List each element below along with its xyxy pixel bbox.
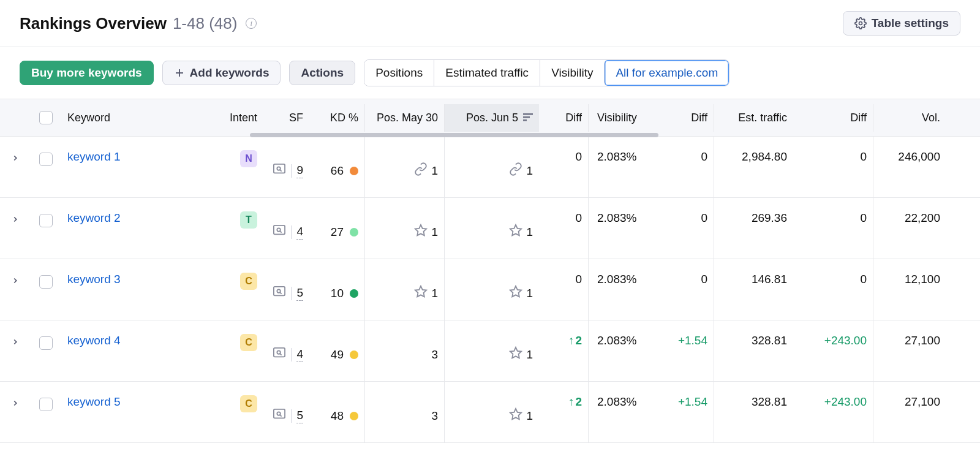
col-visibility[interactable]: Visibility [588,104,665,132]
sf-count: 9 [296,164,303,178]
star-icon [509,407,522,424]
select-all-checkbox[interactable] [39,111,53,124]
col-intent[interactable]: Intent [214,104,263,132]
sf-count: 5 [296,409,303,423]
volume-value: 27,100 [873,382,946,442]
visibility-diff-value: 0 [665,137,714,197]
serp-features-icon[interactable] [273,224,286,240]
svg-rect-23 [274,409,285,418]
volume-value: 246,000 [873,137,946,197]
pos-may30-value: 1 [431,287,438,300]
svg-line-11 [280,231,282,233]
serp-features-icon[interactable] [273,408,286,423]
plus-icon [174,67,185,78]
visibility-value: 2.083% [588,382,665,442]
star-icon [509,285,522,301]
buy-keywords-button[interactable]: Buy more keywords [20,61,154,85]
col-pos-jun5[interactable]: Pos. Jun 5 [444,104,539,132]
kd-dot-icon [350,289,358,298]
expand-row-button[interactable] [11,338,20,346]
row-checkbox[interactable] [39,214,53,227]
col-sf[interactable]: SF [263,104,309,132]
visibility-diff-value: +1.54 [665,382,714,442]
volume-value: 12,100 [873,259,946,320]
table-row: keyword 5 C 5 48 3 1 2 2.083% +1.54 328.… [0,382,980,443]
svg-marker-12 [415,225,426,235]
est-traffic-value: 328.81 [714,382,793,442]
col-diff-vis[interactable]: Diff [665,104,714,132]
serp-features-icon[interactable] [273,347,286,362]
kd-dot-icon [350,412,358,420]
est-traffic-diff-value: +243.00 [793,320,873,381]
intent-badge: N [240,150,257,167]
col-volume[interactable]: Vol. [873,104,946,132]
keyword-link[interactable]: keyword 3 [67,273,121,286]
tab-estimated-traffic[interactable]: Estimated traffic [434,60,540,86]
sf-count: 5 [296,286,303,301]
row-checkbox[interactable] [39,153,53,166]
svg-rect-19 [274,348,285,357]
pos-diff-value: 2 [539,382,588,442]
pos-may30-value: 1 [431,164,438,178]
row-checkbox[interactable] [39,398,53,411]
row-checkbox[interactable] [39,275,53,289]
tab-all-for-domain[interactable]: All for example.com [604,60,729,86]
table-row: keyword 2 T 4 27 1 1 0 2.083% 0 269.36 0… [0,198,980,259]
visibility-diff-value: 0 [665,198,714,259]
row-checkbox[interactable] [39,336,53,350]
serp-features-icon[interactable] [273,286,286,301]
keyword-link[interactable]: keyword 1 [67,150,121,163]
kd-value: 66 [331,164,344,178]
keyword-link[interactable]: keyword 2 [67,211,121,224]
kd-dot-icon [350,228,358,237]
svg-rect-6 [274,164,285,173]
keyword-link[interactable]: keyword 5 [67,395,121,408]
sf-count: 4 [296,225,303,240]
table-header: Keyword Intent SF KD % Pos. May 30 Pos. … [0,99,980,137]
pos-diff-value: 0 [539,259,588,320]
pos-jun5-value: 1 [526,287,533,300]
keyword-link[interactable]: keyword 4 [67,334,121,347]
page-range: 1-48 (48) [173,14,238,33]
expand-row-button[interactable] [11,276,20,285]
intent-badge: T [240,211,257,229]
view-tabs: Positions Estimated traffic Visibility A… [364,59,729,86]
kd-value: 48 [331,409,344,423]
expand-row-button[interactable] [11,399,20,407]
col-diff-est[interactable]: Diff [793,104,873,132]
visibility-value: 2.083% [588,259,665,320]
intent-badge: C [240,395,257,412]
actions-button[interactable]: Actions [289,61,355,85]
star-icon [509,346,522,363]
add-keywords-button[interactable]: Add keywords [162,61,281,85]
kd-value: 10 [331,287,344,300]
col-pos-may30[interactable]: Pos. May 30 [364,104,444,132]
serp-features-icon[interactable] [273,163,286,178]
tab-positions[interactable]: Positions [364,60,434,86]
pos-may30-value: 1 [431,225,438,239]
col-diff-pos[interactable]: Diff [539,104,588,132]
pos-may30-value: 3 [431,348,438,362]
rankings-table: Keyword Intent SF KD % Pos. May 30 Pos. … [0,99,980,443]
kd-value: 49 [331,348,344,362]
svg-marker-18 [510,286,521,297]
col-est-traffic[interactable]: Est. traffic [714,104,793,132]
svg-line-16 [280,292,282,294]
table-settings-label: Table settings [872,17,949,30]
col-keyword[interactable]: Keyword [61,104,214,132]
table-settings-button[interactable]: Table settings [843,11,960,36]
visibility-value: 2.083% [588,320,665,381]
info-icon[interactable]: i [246,18,257,29]
est-traffic-value: 269.36 [714,198,793,259]
svg-marker-17 [415,286,426,297]
volume-value: 27,100 [873,320,946,381]
pos-diff-value: 2 [539,320,588,381]
tab-visibility[interactable]: Visibility [540,60,604,86]
pos-diff-value: 0 [539,137,588,197]
horizontal-scrollbar[interactable] [250,133,658,137]
expand-row-button[interactable] [11,215,20,224]
expand-row-button[interactable] [11,154,20,162]
svg-rect-9 [274,225,285,235]
kd-dot-icon [350,350,358,359]
col-kd[interactable]: KD % [309,104,364,132]
